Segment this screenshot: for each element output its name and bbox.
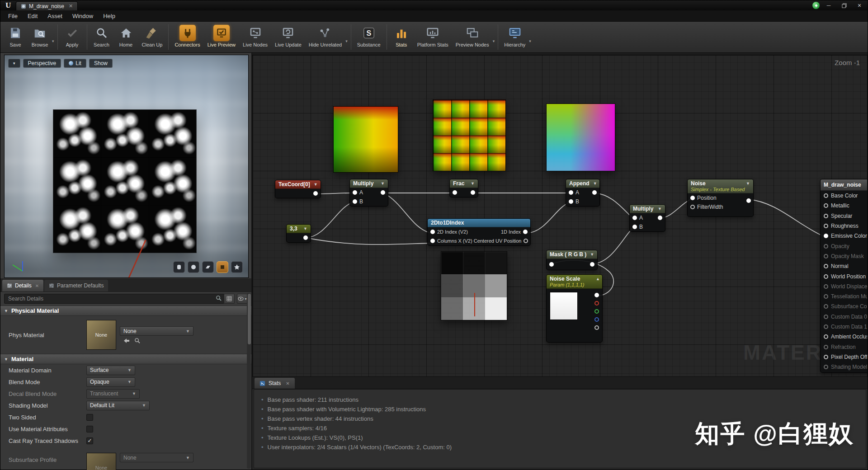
chevron-down-icon[interactable]: ▼ xyxy=(314,182,318,187)
multiply-b-pin[interactable] xyxy=(353,199,357,204)
browse-button[interactable]: Browse xyxy=(28,24,52,48)
noise-scale-rgba-output-pin[interactable] xyxy=(594,293,599,297)
node-2dto1dindex[interactable]: 2Dto1DIndex 2D Index (V2)1D Index Column… xyxy=(427,218,531,246)
preview-nodes-dropdown-caret[interactable]: ▾ xyxy=(493,33,496,43)
node-constant-33[interactable]: 3,3▼ xyxy=(286,224,311,243)
phys-material-dropdown[interactable]: None▼ xyxy=(120,326,193,336)
platform-stats-toggle[interactable]: Platform Stats xyxy=(414,24,452,48)
pin-shading-model[interactable] xyxy=(824,365,828,369)
home-button[interactable]: Home xyxy=(114,24,138,48)
node-noise-scale-param[interactable]: Noise Scale Param (1,1,1,1) ▲ xyxy=(546,274,603,343)
node-material-output[interactable]: M_draw_noise Base Color Metallic Specula… xyxy=(820,179,868,373)
pin-metallic[interactable] xyxy=(824,203,828,208)
pin-specular[interactable] xyxy=(824,214,828,218)
shading-model-dropdown[interactable]: Default Lit▼ xyxy=(86,401,150,410)
two-sided-checkbox[interactable] xyxy=(86,414,93,421)
sphere-shape-button[interactable] xyxy=(188,261,199,273)
cube-shape-button[interactable] xyxy=(217,261,228,273)
noise-output-pin[interactable] xyxy=(746,198,751,203)
pin-ambient-occlusion[interactable] xyxy=(824,334,828,339)
search-button[interactable]: Search xyxy=(90,24,114,48)
frac-input-pin[interactable] xyxy=(453,190,457,195)
noise-position-pin[interactable] xyxy=(690,196,695,200)
apply-button[interactable]: Apply xyxy=(60,24,85,48)
constant-output-pin[interactable] xyxy=(303,235,308,240)
noise-scale-r-output-pin[interactable] xyxy=(594,301,599,306)
connectors-toggle[interactable]: Connectors xyxy=(171,24,203,48)
tab-parameter-defaults[interactable]: Parameter Defaults xyxy=(44,280,108,291)
plane-shape-button[interactable] xyxy=(202,261,214,273)
preview-viewport[interactable]: ▾ Perspective Lit Show xyxy=(4,55,249,278)
details-tab-close-icon[interactable]: ✕ xyxy=(35,283,39,288)
mesh-shape-button[interactable] xyxy=(231,261,243,273)
view-options-button[interactable]: ▾ xyxy=(237,294,248,304)
substance-button[interactable]: S Substance xyxy=(354,24,384,48)
noise-scale-g-output-pin[interactable] xyxy=(594,309,599,314)
minimize-button[interactable]: ─ xyxy=(822,1,835,10)
texcoord-output-pin[interactable] xyxy=(313,191,318,196)
pin-subsurface-color[interactable] xyxy=(824,304,828,309)
tab-stats[interactable]: Stats ✕ xyxy=(255,378,295,389)
pin-opacity-mask[interactable] xyxy=(824,254,828,258)
append-a-pin[interactable] xyxy=(569,190,573,195)
menu-edit[interactable]: Edit xyxy=(23,11,42,21)
subsurface-profile-thumbnail[interactable]: None xyxy=(86,453,116,470)
chevron-down-icon[interactable]: ▼ xyxy=(746,181,750,186)
mask-input-pin[interactable] xyxy=(549,262,554,267)
append-b-pin[interactable] xyxy=(569,199,573,204)
browse-dropdown-caret[interactable]: ▾ xyxy=(52,33,55,43)
stats-tab-close-icon[interactable]: ✕ xyxy=(286,381,289,386)
chevron-down-icon[interactable]: ▼ xyxy=(381,181,385,186)
close-button[interactable]: × xyxy=(853,1,866,10)
live-nodes-toggle[interactable]: Live Nodes xyxy=(239,24,271,48)
live-update-toggle[interactable]: Live Update xyxy=(271,24,305,48)
restore-button[interactable] xyxy=(838,1,850,10)
multiply-output-pin[interactable] xyxy=(658,216,662,220)
hide-unrelated-dropdown-caret[interactable]: ▾ xyxy=(345,33,349,43)
multiply-a-pin[interactable] xyxy=(353,190,357,195)
perspective-button[interactable]: Perspective xyxy=(23,59,61,68)
pin-roughness[interactable] xyxy=(824,224,828,228)
chevron-down-icon[interactable]: ▼ xyxy=(658,207,662,211)
property-matrix-button[interactable] xyxy=(224,294,235,304)
node-multiply-2[interactable]: Multiply▼ A B xyxy=(629,204,665,232)
menu-asset[interactable]: Asset xyxy=(42,11,67,21)
pin-custom-data-0[interactable] xyxy=(824,315,828,319)
pin-opacity[interactable] xyxy=(824,244,828,249)
launcher-status-icon[interactable] xyxy=(812,2,820,9)
stats-toggle[interactable]: Stats xyxy=(389,24,414,48)
use-material-attributes-checkbox[interactable] xyxy=(86,426,93,432)
tab-details[interactable]: Details ✕ xyxy=(2,280,43,291)
viewport-options-dropdown[interactable]: ▾ xyxy=(8,59,20,68)
pin-world-position-offset[interactable] xyxy=(824,274,828,279)
lit-button[interactable]: Lit xyxy=(64,59,86,68)
noise-filterwidth-pin[interactable] xyxy=(690,205,695,209)
pin-world-displacement[interactable] xyxy=(824,284,828,289)
mask-output-pin[interactable] xyxy=(590,262,594,267)
menu-help[interactable]: Help xyxy=(98,11,120,21)
chevron-down-icon[interactable]: ▼ xyxy=(471,181,475,186)
append-output-pin[interactable] xyxy=(592,190,597,195)
multiply-b-pin[interactable] xyxy=(632,225,637,229)
save-button[interactable]: Save xyxy=(3,24,28,48)
multiply-a-pin[interactable] xyxy=(632,216,637,220)
clean-up-button[interactable]: Clean Up xyxy=(138,24,166,48)
phys-material-thumbnail[interactable]: None xyxy=(86,320,116,350)
preview-nodes-toggle[interactable]: Preview Nodes xyxy=(452,24,493,48)
chevron-down-icon[interactable]: ▼ xyxy=(593,181,597,186)
expand-arrow-icon[interactable]: ▲ xyxy=(596,277,600,281)
pin-base-color[interactable] xyxy=(824,193,828,198)
cast-ray-traced-shadows-checkbox[interactable] xyxy=(86,437,93,444)
noise-scale-b-output-pin[interactable] xyxy=(594,317,599,322)
hierarchy-button[interactable]: Hierarchy xyxy=(500,24,529,48)
section-material[interactable]: ▼ Material xyxy=(0,354,251,364)
pin-normal[interactable] xyxy=(824,264,828,268)
index-2d-input-pin[interactable] xyxy=(430,230,435,234)
section-physical-material[interactable]: ▼ Physical Material xyxy=(0,306,251,316)
noise-scale-a-output-pin[interactable] xyxy=(594,325,599,330)
node-append[interactable]: Append▼ A B xyxy=(566,179,600,207)
live-preview-toggle[interactable]: Live Preview xyxy=(204,24,239,48)
menu-window[interactable]: Window xyxy=(67,11,98,21)
pin-custom-data-1[interactable] xyxy=(824,324,828,329)
material-domain-dropdown[interactable]: Surface▼ xyxy=(86,366,135,375)
